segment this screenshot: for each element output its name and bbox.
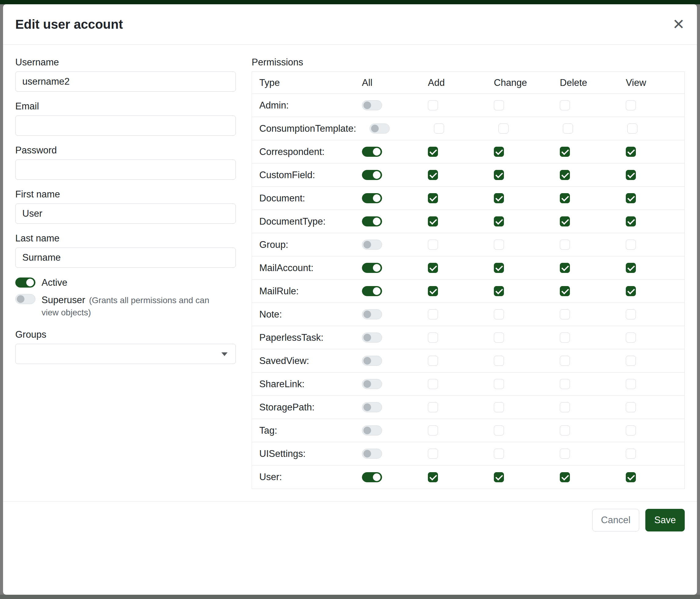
permission-change-checkbox[interactable] (494, 286, 504, 296)
permission-view-checkbox[interactable] (626, 379, 636, 389)
permission-all-toggle[interactable] (362, 193, 382, 203)
permission-change-checkbox[interactable] (494, 193, 504, 203)
cancel-button[interactable]: Cancel (592, 509, 640, 531)
permission-add-checkbox[interactable] (428, 100, 438, 110)
permission-add-checkbox[interactable] (428, 240, 438, 250)
permission-change-checkbox[interactable] (498, 123, 508, 134)
last-name-input[interactable] (15, 247, 236, 268)
permission-add-checkbox[interactable] (428, 356, 438, 366)
permission-delete-checkbox[interactable] (560, 449, 570, 459)
permission-delete-checkbox[interactable] (563, 123, 573, 134)
permission-view-checkbox[interactable] (626, 100, 636, 110)
permission-delete-checkbox[interactable] (560, 425, 570, 435)
permission-all-toggle[interactable] (362, 449, 382, 459)
permission-all-toggle[interactable] (362, 263, 382, 273)
permission-delete-checkbox[interactable] (560, 402, 570, 412)
permission-change-checkbox[interactable] (494, 216, 504, 226)
permission-add-checkbox[interactable] (428, 402, 438, 412)
permission-all-toggle[interactable] (362, 333, 382, 342)
permission-change-checkbox[interactable] (494, 425, 504, 435)
permission-add-checkbox[interactable] (428, 449, 438, 459)
permission-delete-checkbox[interactable] (560, 100, 570, 110)
username-input[interactable] (15, 72, 236, 92)
permission-add-checkbox[interactable] (434, 123, 444, 134)
permission-all-toggle[interactable] (370, 123, 390, 134)
permission-view-checkbox[interactable] (627, 123, 638, 134)
permission-change-checkbox[interactable] (494, 309, 504, 319)
permission-delete-checkbox[interactable] (560, 333, 570, 342)
permission-change-checkbox[interactable] (494, 356, 504, 366)
permission-view-checkbox[interactable] (626, 356, 636, 366)
column-header-all: All (355, 77, 421, 88)
permission-row: StoragePath: (252, 396, 684, 419)
permission-view-checkbox[interactable] (626, 216, 636, 226)
permission-view-checkbox[interactable] (626, 472, 636, 482)
permission-all-toggle[interactable] (362, 216, 382, 226)
permission-change-checkbox[interactable] (494, 402, 504, 412)
permission-add-checkbox[interactable] (428, 333, 438, 342)
permission-all-toggle[interactable] (362, 100, 382, 110)
permission-change-checkbox[interactable] (494, 240, 504, 250)
permission-all-toggle[interactable] (362, 379, 382, 389)
permission-delete-checkbox[interactable] (560, 240, 570, 250)
permission-view-checkbox[interactable] (626, 170, 636, 180)
permission-delete-checkbox[interactable] (560, 147, 570, 157)
permission-delete-checkbox[interactable] (560, 286, 570, 296)
permission-all-toggle[interactable] (362, 309, 382, 319)
superuser-toggle[interactable] (15, 294, 35, 304)
permission-all-toggle[interactable] (362, 425, 382, 435)
permission-view-checkbox[interactable] (626, 263, 636, 273)
permission-view-checkbox[interactable] (626, 240, 636, 250)
permission-add-checkbox[interactable] (428, 379, 438, 389)
permission-change-checkbox[interactable] (494, 333, 504, 342)
permission-add-checkbox[interactable] (428, 216, 438, 226)
permission-add-checkbox[interactable] (428, 425, 438, 435)
permission-view-checkbox[interactable] (626, 193, 636, 203)
permission-view-checkbox[interactable] (626, 286, 636, 296)
permission-change-checkbox[interactable] (494, 472, 504, 482)
close-icon[interactable]: ✕ (673, 17, 685, 32)
permission-view-checkbox[interactable] (626, 425, 636, 435)
permission-view-checkbox[interactable] (626, 449, 636, 459)
permission-delete-checkbox[interactable] (560, 216, 570, 226)
permission-delete-checkbox[interactable] (560, 193, 570, 203)
toggle-knob (364, 101, 371, 109)
first-name-input[interactable] (15, 203, 236, 224)
permission-delete-checkbox[interactable] (560, 263, 570, 273)
permission-change-checkbox[interactable] (494, 379, 504, 389)
permission-change-checkbox[interactable] (494, 263, 504, 273)
permission-view-checkbox[interactable] (626, 333, 636, 342)
permission-add-checkbox[interactable] (428, 309, 438, 319)
permission-delete-checkbox[interactable] (560, 170, 570, 180)
save-button[interactable]: Save (645, 509, 685, 531)
groups-select[interactable] (15, 344, 236, 364)
permission-add-checkbox[interactable] (428, 147, 438, 157)
email-input[interactable] (15, 116, 236, 136)
permission-all-toggle[interactable] (362, 472, 382, 482)
permission-change-checkbox[interactable] (494, 170, 504, 180)
active-toggle[interactable] (15, 278, 35, 288)
permission-add-checkbox[interactable] (428, 472, 438, 482)
permission-add-checkbox[interactable] (428, 286, 438, 296)
permission-delete-checkbox[interactable] (560, 356, 570, 366)
permission-all-toggle[interactable] (362, 147, 382, 157)
permission-change-cell (486, 170, 552, 180)
permission-add-checkbox[interactable] (428, 170, 438, 180)
permission-change-checkbox[interactable] (494, 147, 504, 157)
permission-view-checkbox[interactable] (626, 402, 636, 412)
permission-all-toggle[interactable] (362, 356, 382, 366)
permission-add-checkbox[interactable] (428, 263, 438, 273)
permission-add-checkbox[interactable] (428, 193, 438, 203)
permission-all-toggle[interactable] (362, 286, 382, 296)
permission-change-checkbox[interactable] (494, 449, 504, 459)
permission-all-toggle[interactable] (362, 170, 382, 180)
permission-change-checkbox[interactable] (494, 100, 504, 110)
permission-view-checkbox[interactable] (626, 147, 636, 157)
permission-view-checkbox[interactable] (626, 309, 636, 319)
permission-all-toggle[interactable] (362, 402, 382, 412)
permission-delete-checkbox[interactable] (560, 309, 570, 319)
permission-delete-checkbox[interactable] (560, 379, 570, 389)
permission-all-toggle[interactable] (362, 240, 382, 250)
permission-delete-checkbox[interactable] (560, 472, 570, 482)
password-input[interactable] (15, 160, 236, 180)
